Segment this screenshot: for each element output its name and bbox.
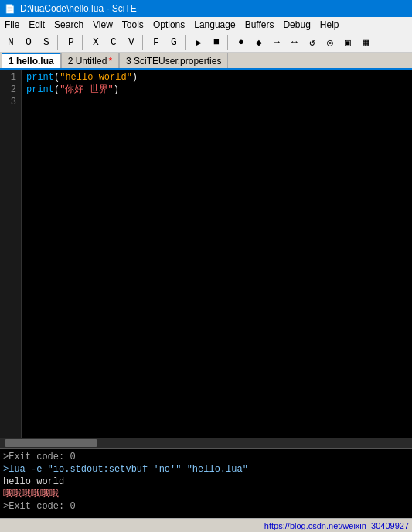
- menu-item-file[interactable]: File: [0, 18, 24, 32]
- window-title: D:\luaCode\hello.lua - SciTE: [20, 3, 137, 14]
- tab-2[interactable]: 3 SciTEUser.properties: [119, 53, 228, 68]
- status-bar: https://blog.csdn.net/weixin_30409927: [0, 518, 412, 532]
- toolbar-tool1-btn[interactable]: ●: [233, 34, 250, 51]
- menu-item-debug[interactable]: Debug: [278, 18, 315, 32]
- output-line: hello world: [3, 476, 409, 488]
- app-icon: 📄: [5, 4, 15, 14]
- menu-item-options[interactable]: Options: [148, 18, 189, 32]
- code-line: [26, 96, 407, 108]
- code-line: print("hello world"): [26, 71, 407, 84]
- line-number: 3: [5, 96, 16, 108]
- toolbar-tool5-btn[interactable]: ↺: [304, 34, 321, 51]
- toolbar-tool4-btn[interactable]: ↔: [286, 34, 303, 51]
- output-line: >lua -e "io.stdout:setvbuf 'no'" "hello.…: [3, 463, 409, 476]
- code-editor[interactable]: print("hello world")print("你好 世界"): [22, 70, 412, 438]
- menu-item-help[interactable]: Help: [315, 18, 344, 32]
- toolbar-find-btn[interactable]: F: [148, 34, 165, 51]
- toolbar-separator: [57, 35, 60, 50]
- tab-0[interactable]: 1 hello.lua: [2, 53, 61, 68]
- horizontal-scrollbar[interactable]: [0, 438, 412, 448]
- tab-1[interactable]: 2 Untitled *: [61, 53, 119, 68]
- toolbar-tool8-btn[interactable]: ▦: [357, 34, 374, 51]
- toolbar-tool6-btn[interactable]: ◎: [322, 34, 339, 51]
- menu-bar: FileEditSearchViewToolsOptionsLanguageBu…: [0, 17, 412, 32]
- toolbar-separator: [227, 35, 230, 50]
- menu-item-tools[interactable]: Tools: [117, 18, 148, 32]
- toolbar-tool7-btn[interactable]: ▣: [339, 34, 356, 51]
- toolbar-cut-btn[interactable]: X: [87, 34, 104, 51]
- menu-item-language[interactable]: Language: [189, 18, 240, 32]
- line-numbers: 123: [0, 70, 22, 438]
- toolbar-stop-btn[interactable]: ■: [208, 34, 225, 51]
- output-line: >Exit code: 0: [3, 500, 409, 513]
- menu-item-search[interactable]: Search: [49, 18, 88, 32]
- editor-area[interactable]: 123 print("hello world")print("你好 世界"): [0, 70, 412, 438]
- toolbar: NOSPXCVFG▶■●◆→↔↺◎▣▦: [0, 32, 412, 53]
- toolbar-open-btn[interactable]: O: [20, 34, 37, 51]
- menu-item-buffers[interactable]: Buffers: [240, 18, 279, 32]
- tab-bar: 1 hello.lua2 Untitled *3 SciTEUser.prope…: [0, 53, 412, 70]
- toolbar-copy-btn[interactable]: C: [105, 34, 122, 51]
- output-line: >Exit code: 0: [3, 451, 409, 463]
- toolbar-separator: [82, 35, 85, 50]
- code-line: print("你好 世界"): [26, 84, 407, 96]
- toolbar-findnext-btn[interactable]: G: [165, 34, 182, 51]
- title-bar: 📄 D:\luaCode\hello.lua - SciTE: [0, 0, 412, 17]
- toolbar-new-btn[interactable]: N: [2, 34, 19, 51]
- toolbar-tool3-btn[interactable]: →: [268, 34, 285, 51]
- output-line: 哦哦哦哦哦哦: [3, 488, 409, 500]
- toolbar-separator: [185, 35, 188, 50]
- toolbar-tool2-btn[interactable]: ◆: [250, 34, 267, 51]
- toolbar-print-btn[interactable]: P: [63, 34, 80, 51]
- output-panel: >Exit code: 0>lua -e "io.stdout:setvbuf …: [0, 448, 412, 518]
- line-number: 2: [5, 84, 16, 96]
- menu-item-view[interactable]: View: [88, 18, 117, 32]
- scrollbar-thumb[interactable]: [5, 439, 97, 447]
- status-right: https://blog.csdn.net/weixin_30409927: [264, 521, 409, 530]
- menu-item-edit[interactable]: Edit: [24, 18, 49, 32]
- toolbar-save-btn[interactable]: S: [38, 34, 55, 51]
- toolbar-separator: [142, 35, 145, 50]
- toolbar-paste-btn[interactable]: V: [123, 34, 140, 51]
- toolbar-run-btn[interactable]: ▶: [190, 34, 207, 51]
- line-number: 1: [5, 71, 16, 84]
